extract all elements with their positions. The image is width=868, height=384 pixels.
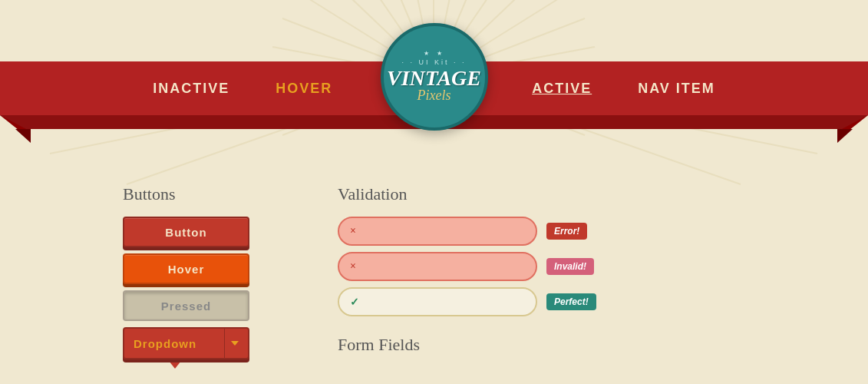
badge-invalid: Invalid! bbox=[546, 258, 594, 275]
sidebar-item-active[interactable]: ACTIVE bbox=[532, 81, 592, 97]
sidebar-item-navitem[interactable]: NAV ITEM bbox=[638, 81, 715, 97]
logo-stars: ★ ★ bbox=[424, 50, 445, 57]
button-dropdown[interactable]: Dropdown bbox=[123, 327, 249, 359]
validation-row-invalid: × Invalid! bbox=[338, 252, 629, 281]
logo-vintage-text: VINTAGE bbox=[387, 68, 481, 89]
success-icon: ✓ bbox=[350, 296, 359, 309]
ribbon-tail-right bbox=[837, 129, 853, 143]
ribbon-tail-left bbox=[15, 129, 31, 143]
validation-row-error: × Error! bbox=[338, 217, 629, 246]
sidebar-item-inactive[interactable]: INACTIVE bbox=[153, 81, 229, 97]
validation-input-error[interactable]: × bbox=[338, 217, 537, 246]
validation-input-invalid[interactable]: × bbox=[338, 252, 537, 281]
badge-error: Error! bbox=[546, 223, 587, 240]
button-pressed[interactable]: Pressed bbox=[123, 290, 249, 321]
buttons-section: Buttons Button Hover Pressed Dropdown bbox=[123, 184, 276, 369]
validation-title: Validation bbox=[338, 184, 629, 204]
buttons-title: Buttons bbox=[123, 184, 276, 204]
invalid-icon: × bbox=[350, 260, 356, 273]
validation-input-success[interactable]: ✓ bbox=[338, 287, 537, 316]
validation-row-success: ✓ Perfect! bbox=[338, 287, 629, 316]
form-fields-title: Form Fields bbox=[338, 335, 629, 355]
sidebar-item-hover[interactable]: HOVER bbox=[276, 81, 332, 97]
main-content: Buttons Button Hover Pressed Dropdown Va… bbox=[0, 169, 868, 384]
validation-section: Validation × Error! × Invalid! ✓ Perfect… bbox=[338, 184, 629, 369]
logo-pixels-text: Pixels bbox=[417, 88, 451, 104]
logo-ui-kit-label: · · UI Kit · · bbox=[401, 58, 466, 66]
dropdown-indicator-icon bbox=[169, 361, 181, 369]
logo-circle: ★ ★ · · UI Kit · · VINTAGE Pixels bbox=[381, 23, 488, 131]
error-icon: × bbox=[350, 225, 356, 237]
button-default[interactable]: Button bbox=[123, 217, 249, 247]
dropdown-triangle-icon bbox=[231, 341, 239, 346]
button-hover[interactable]: Hover bbox=[123, 253, 249, 284]
dropdown-arrow bbox=[224, 329, 239, 358]
dropdown-label: Dropdown bbox=[134, 337, 196, 350]
badge-perfect: Perfect! bbox=[546, 293, 596, 310]
